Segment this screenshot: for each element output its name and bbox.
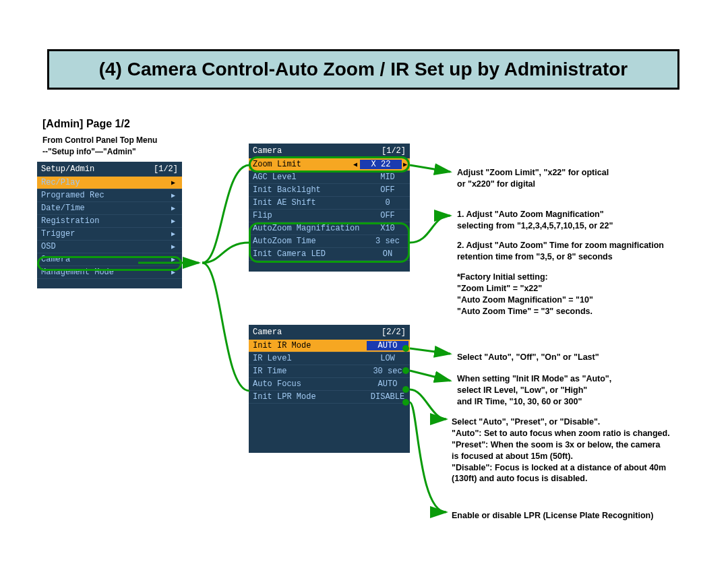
- anno-lpr: Enable or disable LPR (License Plate Rec…: [452, 510, 653, 522]
- anno-autozoom-time: 2. Adjust "Auto Zoom" Time for zoom magn…: [457, 240, 664, 263]
- menu-row-autozoom-time[interactable]: AutoZoom Time3 sec: [249, 235, 410, 248]
- row-value: 0: [367, 198, 408, 208]
- menu-row-camera[interactable]: Camera▶: [37, 253, 182, 266]
- chevron-right-icon: ▶: [170, 179, 177, 187]
- menu-row-programed-rec[interactable]: Programed Rec▶: [37, 189, 182, 202]
- page-label: [Admin] Page 1/2: [42, 118, 130, 130]
- chevron-right-icon: ▶: [170, 191, 177, 199]
- menu-row-init-ir-mode[interactable]: Init IR ModeAUTO: [249, 340, 410, 352]
- anno-factory: *Factory Initial setting:"Zoom Limit" = …: [457, 272, 593, 317]
- row-label: Init Camera LED: [253, 249, 365, 259]
- panel-page: [2/2]: [382, 327, 406, 337]
- panel-rows: Zoom Limit◀X 22▶AGC LevelMIDInit Backlig…: [249, 158, 410, 261]
- menu-row-registration[interactable]: Registration▶: [37, 215, 182, 228]
- panel-header: Camera [2/2]: [249, 325, 410, 340]
- row-value: 3 sec: [367, 237, 408, 246]
- chevron-right-icon: ▶: [402, 160, 408, 168]
- menu-row-management-mode[interactable]: Management Mode▶: [37, 266, 182, 279]
- row-value: OFF: [367, 185, 408, 195]
- title-banner: (4) Camera Control-Auto Zoom / IR Set up…: [47, 49, 679, 90]
- row-label: Programed Rec: [41, 191, 170, 200]
- row-label: Init IR Mode: [253, 341, 365, 350]
- row-label: Rec/Play: [41, 178, 170, 187]
- row-label: Auto Focus: [253, 379, 365, 389]
- row-label: IR Level: [253, 354, 365, 363]
- row-label: Trigger: [41, 229, 170, 239]
- row-label: Flip: [253, 211, 365, 220]
- chevron-left-icon: ◀: [352, 160, 359, 168]
- camera-panel-1: Camera [1/2] Zoom Limit◀X 22▶AGC LevelMI…: [249, 144, 410, 272]
- row-label: AutoZoom Time: [253, 237, 365, 246]
- row-label: AGC Level: [253, 173, 365, 182]
- sub-label-line2: --"Setup info"—"Admin": [42, 147, 136, 156]
- sub-label-line1: From Control Panel Top Menu: [42, 135, 157, 145]
- chevron-right-icon: ▶: [170, 204, 177, 212]
- panel-page: [1/2]: [382, 146, 406, 156]
- row-label: IR Time: [253, 367, 365, 376]
- row-label: Camera: [41, 255, 170, 264]
- menu-row-auto-focus[interactable]: Auto FocusAUTO: [249, 378, 410, 391]
- menu-row-init-camera-led[interactable]: Init Camera LEDON: [249, 248, 410, 261]
- panel-title: Setup/Admin: [41, 164, 94, 174]
- panel-rows: Init IR ModeAUTOIR LevelLOWIR Time30 sec…: [249, 340, 410, 404]
- menu-row-init-ae-shift[interactable]: Init AE Shift0: [249, 197, 410, 210]
- menu-row-date-time[interactable]: Date/Time▶: [37, 202, 182, 215]
- panel-title: Camera: [253, 146, 282, 156]
- row-value: AUTO: [367, 379, 408, 389]
- menu-row-agc-level[interactable]: AGC LevelMID: [249, 171, 410, 184]
- anno-autozoom-mag: 1. Adjust "Auto Zoom Magnification"selec…: [457, 209, 613, 232]
- row-value: 30 sec: [367, 367, 408, 376]
- sub-label: From Control Panel Top Menu --"Setup inf…: [42, 135, 157, 158]
- panel-header: Setup/Admin [1/2]: [37, 162, 182, 177]
- row-value: AUTO: [367, 341, 408, 350]
- row-label: Init LPR Mode: [253, 392, 365, 402]
- row-value: X10: [367, 224, 408, 233]
- anno-ir-mode: Select "Auto", "Off", "On" or "Last": [457, 352, 599, 363]
- menu-row-init-lpr-mode[interactable]: Init LPR ModeDISABLE: [249, 391, 410, 404]
- anno-autofocus: Select "Auto", "Preset", or "Disable"."A…: [452, 416, 670, 485]
- menu-row-zoom-limit[interactable]: Zoom Limit◀X 22▶: [249, 158, 410, 171]
- row-value: OFF: [367, 211, 408, 220]
- row-value: LOW: [367, 354, 408, 363]
- menu-row-osd[interactable]: OSD▶: [37, 241, 182, 253]
- menu-row-ir-time[interactable]: IR Time30 sec: [249, 365, 410, 378]
- row-value: DISABLE: [367, 392, 408, 402]
- title-text: (4) Camera Control-Auto Zoom / IR Set up…: [99, 59, 628, 80]
- panel-rows: Rec/Play▶Programed Rec▶Date/Time▶Registr…: [37, 177, 182, 279]
- row-value: ON: [367, 249, 408, 259]
- panel-title: Camera: [253, 327, 282, 337]
- chevron-right-icon: ▶: [170, 255, 177, 263]
- chevron-right-icon: ▶: [170, 243, 177, 251]
- panel-page: [1/2]: [154, 164, 178, 174]
- camera-panel-2: Camera [2/2] Init IR ModeAUTOIR LevelLOW…: [249, 325, 410, 453]
- row-label: AutoZoom Magnification: [253, 224, 365, 233]
- row-label: Init AE Shift: [253, 198, 365, 208]
- anno-zoom-limit: Adjust "Zoom Limit", "x22" for opticalor…: [457, 167, 609, 190]
- menu-row-rec-play[interactable]: Rec/Play▶: [37, 177, 182, 189]
- menu-row-flip[interactable]: FlipOFF: [249, 210, 410, 222]
- chevron-right-icon: ▶: [170, 268, 177, 276]
- row-value: MID: [367, 173, 408, 182]
- row-label: Registration: [41, 216, 170, 226]
- menu-row-ir-level[interactable]: IR LevelLOW: [249, 352, 410, 365]
- chevron-right-icon: ▶: [170, 217, 177, 225]
- menu-row-init-backlight[interactable]: Init BacklightOFF: [249, 184, 410, 197]
- row-label: Date/Time: [41, 204, 170, 213]
- setup-admin-panel: Setup/Admin [1/2] Rec/Play▶Programed Rec…: [37, 162, 182, 288]
- row-label: OSD: [41, 242, 170, 251]
- menu-row-trigger[interactable]: Trigger▶: [37, 228, 182, 241]
- row-label: Init Backlight: [253, 185, 365, 195]
- panel-header: Camera [1/2]: [249, 144, 410, 158]
- anno-ir-level: When setting "Init IR Mode" as "Auto",se…: [457, 373, 611, 408]
- menu-row-autozoom-magnification[interactable]: AutoZoom MagnificationX10: [249, 222, 410, 235]
- chevron-right-icon: ▶: [170, 230, 177, 238]
- row-label: Management Mode: [41, 268, 170, 277]
- row-label: Zoom Limit: [253, 160, 352, 169]
- row-value: X 22: [360, 160, 402, 169]
